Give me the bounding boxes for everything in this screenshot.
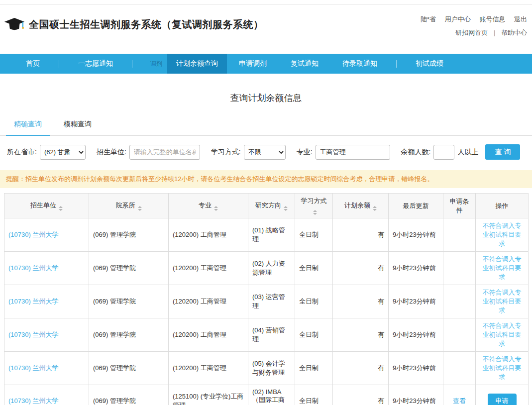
study-mode-cell: 全日制 <box>295 385 333 405</box>
column-header-label: 研究方向 <box>255 202 281 209</box>
quota-cell: 有 <box>333 218 389 252</box>
ineligible-status-text: 不符合调入专业初试科目要求 <box>480 355 524 382</box>
nav-item-retest-notice[interactable]: 复试通知 <box>279 54 330 74</box>
column-header: 最后更新 <box>389 194 443 218</box>
nav-item-home[interactable]: 首页 <box>14 54 52 74</box>
search-button[interactable]: 查 询 <box>485 144 520 160</box>
yanzhao-home-link[interactable]: 研招网首页 <box>455 29 488 36</box>
nav-item-pending-admission-notice[interactable]: 待录取通知 <box>330 54 389 74</box>
quota-suffix: 人以上 <box>457 148 478 157</box>
brand: 全国硕士生招生调剂服务系统（复试调剂服务系统） <box>4 17 264 32</box>
province-select[interactable]: (62) 甘肃 <box>40 145 86 160</box>
condition-cell <box>443 318 476 352</box>
nav-item-first-choice-notice[interactable]: 一志愿通知 <box>66 54 125 74</box>
nav-item-initial-exam-scores[interactable]: 初试成绩 <box>404 54 455 74</box>
sort-arrows-icon[interactable] <box>284 206 288 211</box>
account-info-link[interactable]: 账号信息 <box>479 15 505 23</box>
nav-divider <box>132 60 132 68</box>
tab-exact-query[interactable]: 精确查询 <box>6 117 50 135</box>
apply-button[interactable]: 申请 <box>488 394 517 405</box>
main-nav: 首页一志愿通知调剂计划余额查询申请调剂复试通知待录取通知初试成绩 <box>0 54 532 74</box>
direction-cell: (02) IMBA（国际工商管理硕士） <box>248 385 295 405</box>
user-name[interactable]: 陆*省 <box>421 15 436 23</box>
study-mode-select[interactable]: 不限 <box>244 145 286 160</box>
column-header-label: 计划余额 <box>344 202 370 209</box>
last-update-cell: 9小时23分钟前 <box>389 218 443 252</box>
ineligible-status-text: 不符合调入专业初试科目要求 <box>480 221 524 248</box>
sort-arrows-icon[interactable] <box>138 206 142 211</box>
unit-input[interactable] <box>129 145 200 160</box>
condition-cell: 查看 <box>443 385 476 405</box>
action-cell: 不符合调入专业初试科目要求 <box>476 318 529 352</box>
sort-arrows-icon[interactable] <box>313 210 317 215</box>
quota-input[interactable] <box>433 145 454 160</box>
direction-cell: (05) 会计学与财务管理 <box>248 352 295 385</box>
view-condition-link[interactable]: 查看 <box>453 397 466 405</box>
help-center-link[interactable]: 帮助中心 <box>501 29 527 36</box>
table-row: (10730) 兰州大学(069) 管理学院(120200) 工商管理(04) … <box>4 318 529 352</box>
unit-link[interactable]: (10730) 兰州大学 <box>8 331 58 338</box>
study-mode-cell: 全日制 <box>295 252 333 285</box>
sort-arrows-icon[interactable] <box>59 206 63 211</box>
last-update-cell: 9小时23分钟前 <box>389 385 443 405</box>
department-cell: (069) 管理学院 <box>89 385 169 405</box>
ineligible-status-text: 不符合调入专业初试科目要求 <box>480 255 524 282</box>
column-header-label: 学习方式 <box>301 197 327 204</box>
link-separator: | <box>494 29 495 36</box>
quota-label: 余额人数: <box>401 148 431 157</box>
condition-cell <box>443 218 476 252</box>
quota-cell: 有 <box>333 352 389 385</box>
column-header[interactable]: 招生单位 <box>4 194 89 218</box>
column-header-label: 最后更新 <box>403 202 429 209</box>
direction-cell: (03) 运营管理 <box>248 285 295 318</box>
unit-cell: (10730) 兰州大学 <box>4 352 89 385</box>
user-links-row1: 陆*省 用户中心 账号信息 退出 <box>421 15 527 24</box>
results-table: 招生单位院系所专业研究方向学习方式计划余额最后更新申请条件操作 (10730) … <box>4 193 529 405</box>
column-header[interactable]: 学习方式 <box>295 194 333 218</box>
page-title: 查询计划余额信息 <box>0 92 532 104</box>
ineligible-status-text: 不符合调入专业初试科目要求 <box>480 321 524 348</box>
ineligible-status-text: 不符合调入专业初试科目要求 <box>480 288 524 315</box>
last-update-cell: 9小时23分钟前 <box>389 285 443 318</box>
nav-item-tiaoji-label: 调剂 <box>139 54 167 74</box>
unit-link[interactable]: (10730) 兰州大学 <box>8 397 58 405</box>
sort-arrows-icon[interactable] <box>214 206 218 211</box>
user-links: 陆*省 用户中心 账号信息 退出 研招网首页 | 帮助中心 <box>421 15 527 37</box>
action-cell: 不符合调入专业初试科目要求 <box>476 285 529 318</box>
action-cell: 不符合调入专业初试科目要求 <box>476 218 529 252</box>
column-header[interactable]: 专业 <box>169 194 248 218</box>
major-input[interactable] <box>316 145 390 160</box>
action-cell: 申请 <box>476 385 529 405</box>
column-header-label: 申请条件 <box>450 198 469 214</box>
unit-link[interactable]: (10730) 兰州大学 <box>8 231 58 238</box>
tab-fuzzy-query[interactable]: 模糊查询 <box>56 117 100 135</box>
direction-cell: (04) 营销管理 <box>248 318 295 352</box>
unit-cell: (10730) 兰州大学 <box>4 385 89 405</box>
column-header: 操作 <box>476 194 529 218</box>
department-cell: (069) 管理学院 <box>89 318 169 352</box>
table-header-row: 招生单位院系所专业研究方向学习方式计划余额最后更新申请条件操作 <box>4 194 529 218</box>
nav-item-plan-balance-query[interactable]: 计划余额查询 <box>167 54 227 74</box>
unit-link[interactable]: (10730) 兰州大学 <box>8 264 58 272</box>
results-table-wrap: 招生单位院系所专业研究方向学习方式计划余额最后更新申请条件操作 (10730) … <box>4 193 528 405</box>
table-body: (10730) 兰州大学(069) 管理学院(120200) 工商管理(01) … <box>4 218 529 405</box>
last-update-cell: 9小时23分钟前 <box>389 352 443 385</box>
unit-cell: (10730) 兰州大学 <box>4 318 89 352</box>
nav-divider <box>59 60 59 68</box>
notice-bar: 提醒：招生单位发布的调剂计划余额每次更新后将至少持续12小时，请各位考生结合各招… <box>0 170 532 188</box>
nav-item-apply-adjustment[interactable]: 申请调剂 <box>227 54 279 74</box>
condition-cell <box>443 285 476 318</box>
column-header-label: 操作 <box>496 202 509 209</box>
column-header[interactable]: 研究方向 <box>248 194 295 218</box>
unit-link[interactable]: (10730) 兰州大学 <box>8 298 58 305</box>
column-header[interactable]: 计划余额 <box>333 194 389 218</box>
unit-cell: (10730) 兰州大学 <box>4 218 89 252</box>
major-cell: (120200) 工商管理 <box>169 252 248 285</box>
user-center-link[interactable]: 用户中心 <box>445 15 471 23</box>
unit-link[interactable]: (10730) 兰州大学 <box>8 364 58 372</box>
column-header[interactable]: 院系所 <box>89 194 169 218</box>
logout-link[interactable]: 退出 <box>514 15 527 23</box>
sort-arrows-icon[interactable] <box>373 206 377 211</box>
quota-cell: 有 <box>333 252 389 285</box>
direction-cell: (02) 人力资源管理 <box>248 252 295 285</box>
